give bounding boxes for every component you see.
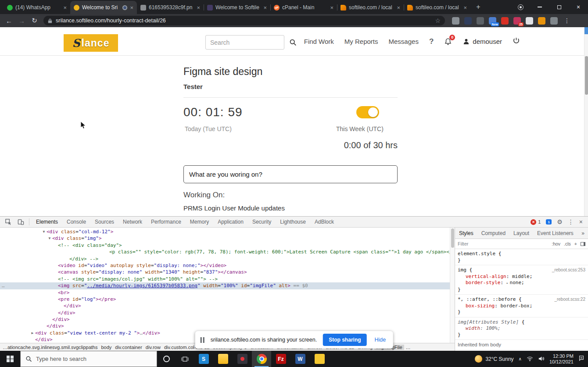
dom-tree-row[interactable]: </div>: [0, 323, 455, 329]
breadcrumb-item[interactable]: …: [404, 345, 412, 350]
red-extension-icon[interactable]: [501, 17, 509, 25]
scrollbar-thumb[interactable]: [585, 56, 588, 95]
action-center-icon[interactable]: [578, 355, 584, 363]
tray-overflow-caret-icon[interactable]: ∧: [519, 356, 522, 361]
browser-tab[interactable]: Welcome to Sri×: [70, 1, 137, 14]
taskbar-app-skype[interactable]: S: [194, 351, 213, 367]
tab-overflow-icon[interactable]: »: [581, 230, 588, 236]
dom-tree-row[interactable]: <video id="video" autoplay style="displa…: [0, 262, 455, 269]
dom-tree-row[interactable]: <!-- <img src="images/col.jpg" width="10…: [0, 276, 455, 282]
url-text[interactable]: srilance.softileo.com/hourly-contract-de…: [56, 18, 431, 24]
dom-tree-row[interactable]: </div> -->: [0, 256, 455, 262]
styles-tab-styles[interactable]: Styles: [455, 230, 477, 236]
devtools-tab-application[interactable]: Application: [214, 217, 247, 227]
dom-tree-row[interactable]: …<img src="../media/hourly-imgs/6165397b…: [0, 282, 455, 289]
browser-menu-kebab-icon[interactable]: ⋮: [564, 17, 570, 24]
devtools-tab-console[interactable]: Console: [63, 217, 90, 227]
taskbar-app-snagit[interactable]: [233, 351, 252, 367]
forward-button[interactable]: →: [16, 17, 27, 25]
dom-tree-row[interactable]: <canvas style="display: none" width="134…: [0, 269, 455, 275]
devtools-tab-memory[interactable]: Memory: [186, 217, 213, 227]
hover-state-toggle[interactable]: :hov: [552, 241, 560, 246]
taskbar-search[interactable]: Type here to search: [20, 351, 157, 367]
browser-tab[interactable]: Welcome to Softile×: [204, 1, 270, 14]
task-input[interactable]: [183, 165, 398, 183]
capture-extension-icon[interactable]: New: [489, 17, 496, 25]
site-logo[interactable]: S lance: [64, 34, 118, 52]
taskbar-app-word[interactable]: W: [290, 351, 310, 367]
taskbar-app-sticky-notes[interactable]: [310, 351, 329, 367]
styles-tab-event-listeners[interactable]: Event Listeners: [533, 230, 577, 236]
tab-close-button[interactable]: ×: [263, 5, 267, 11]
new-tab-button[interactable]: +: [472, 1, 484, 13]
styles-filter-input[interactable]: [458, 241, 548, 246]
tab-close-button[interactable]: ×: [397, 5, 400, 11]
console-errors-badge[interactable]: ✕ 1: [531, 219, 541, 225]
class-toggle[interactable]: .cls: [564, 241, 571, 246]
puzzle-extension-icon[interactable]: [550, 17, 558, 25]
dark-blue-extension-icon[interactable]: [464, 17, 472, 25]
browser-tab[interactable]: softileo.com / local×: [337, 1, 404, 14]
browser-tab[interactable]: cPcPanel - Main×: [270, 1, 337, 14]
tab-close-button[interactable]: ×: [63, 5, 67, 11]
expand-arrow-icon[interactable]: ▸: [506, 281, 509, 285]
person-extension-icon[interactable]: [477, 17, 484, 25]
power-icon[interactable]: [513, 37, 520, 46]
breadcrumb-item[interactable]: div.row: [144, 345, 162, 350]
window-close-button[interactable]: ×: [569, 0, 588, 14]
back-button[interactable]: ←: [4, 17, 14, 25]
styles-tab-computed[interactable]: Computed: [477, 230, 509, 236]
stylesheet-link[interactable]: _reboot.scss:22: [554, 296, 585, 303]
devtools-tab-lighthouse[interactable]: Lighthouse: [276, 217, 310, 227]
collapse-arrow-icon[interactable]: ▼: [41, 228, 47, 235]
breadcrumb-item[interactable]: …ationcache.svg.inlinesvg.smil.svgclippa…: [1, 345, 99, 350]
dom-tree-row[interactable]: <pre id="log"></pre>: [0, 296, 455, 303]
expand-arrow-icon[interactable]: ▶: [30, 330, 35, 336]
calculator-extension-icon[interactable]: [526, 17, 533, 25]
devtools-tab-security[interactable]: Security: [248, 217, 275, 227]
devtools-tab-elements[interactable]: Elements: [32, 217, 62, 227]
reload-button[interactable]: ↻: [29, 17, 40, 25]
dom-tree-row[interactable]: </div>: [0, 310, 455, 316]
bookmark-star-icon[interactable]: ☆: [435, 17, 441, 24]
dom-tree-row[interactable]: </div>: [0, 316, 455, 323]
style-rule[interactable]: element.style {}: [455, 249, 588, 265]
devtools-tab-adblock[interactable]: AdBlock: [311, 217, 338, 227]
tab-close-button[interactable]: ×: [330, 5, 333, 11]
minimize-button[interactable]: [530, 0, 549, 14]
collapse-arrow-icon[interactable]: ▼: [47, 235, 52, 242]
tab-close-button[interactable]: ×: [130, 5, 133, 11]
dom-tree-row[interactable]: ▼<div class="col-md-12">: [0, 228, 455, 235]
taskbar-app-chrome[interactable]: [252, 351, 271, 367]
devtools-menu-kebab-icon[interactable]: ⋮: [568, 218, 574, 225]
scrollbar-thumb[interactable]: [451, 228, 454, 248]
taskbar-app-file-explorer[interactable]: [213, 351, 233, 367]
dom-tree-row[interactable]: <br>: [0, 289, 455, 296]
pane-layout-icon[interactable]: [581, 242, 585, 246]
help-icon[interactable]: ?: [429, 37, 434, 46]
devtools-tab-sources[interactable]: Sources: [91, 217, 118, 227]
dom-tree-row[interactable]: ▼<div class="img">: [0, 235, 455, 242]
styles-tab-layout[interactable]: Layout: [509, 230, 533, 236]
network-icon[interactable]: [527, 355, 533, 363]
style-rule[interactable]: img[Attributes Style] {width: 100%;}: [455, 317, 588, 340]
weather-widget[interactable]: 32°C Sunny: [475, 355, 513, 363]
page-scrollbar[interactable]: [584, 27, 588, 216]
shield-extension-icon[interactable]: [452, 17, 459, 25]
start-button[interactable]: [0, 351, 20, 367]
tab-close-button[interactable]: ×: [463, 5, 467, 11]
clock[interactable]: 12:30 PM 10/12/2021: [549, 353, 574, 365]
stylesheet-link[interactable]: _reboot.scss:253: [552, 267, 585, 274]
devtools-close-button[interactable]: ×: [579, 218, 583, 225]
maximize-button[interactable]: [549, 0, 569, 14]
tab-close-button[interactable]: ×: [197, 5, 200, 11]
browser-tab[interactable]: 6165395328c9f.pn×: [137, 1, 204, 14]
browser-tab[interactable]: (14) WhatsApp×: [4, 1, 70, 14]
breadcrumb-item[interactable]: div.container: [113, 345, 144, 350]
inspect-element-icon[interactable]: [3, 217, 14, 227]
dom-tree-row[interactable]: <p class="" style="color: rgb(77, 78, 78…: [0, 249, 455, 255]
new-rule-button[interactable]: +: [574, 241, 577, 246]
devtools-settings-gear-icon[interactable]: ⚙: [557, 218, 563, 225]
style-rule[interactable]: _reboot.scss:253img {vertical-align: mid…: [455, 265, 588, 295]
user-menu[interactable]: demouser: [463, 38, 502, 45]
